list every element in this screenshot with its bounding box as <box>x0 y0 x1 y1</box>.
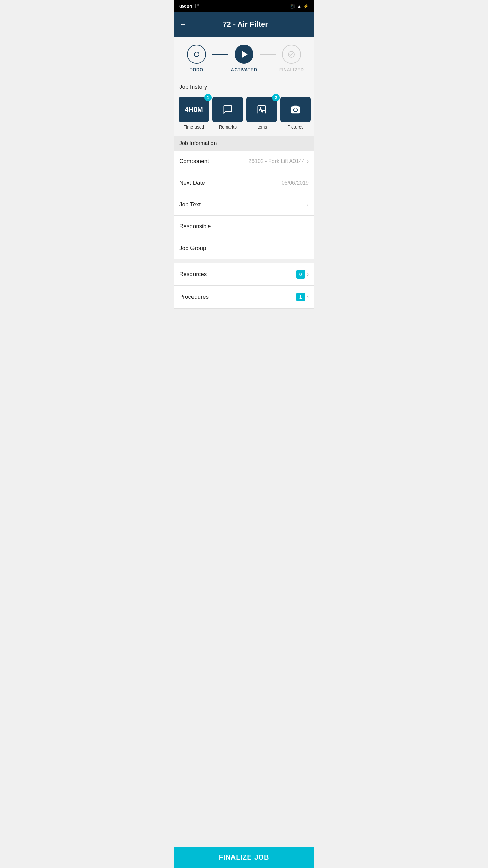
vibrate-icon: 📳 <box>289 4 295 9</box>
next-date-label: Next Date <box>179 180 205 186</box>
app-icon: P <box>195 3 199 9</box>
history-cards: 1 4H0M Time used Remarks 2 <box>174 94 314 136</box>
time-used-label: Time used <box>184 124 204 130</box>
svg-point-0 <box>194 52 199 57</box>
play-icon <box>242 51 248 58</box>
activated-label: ACTIVATED <box>231 67 257 72</box>
step-finalized[interactable]: FINALIZED <box>276 45 308 72</box>
time-display: 09:04 <box>179 3 192 9</box>
procedures-row[interactable]: Procedures 1 › <box>174 286 314 309</box>
job-group-row[interactable]: Job Group <box>174 237 314 259</box>
remarks-label: Remarks <box>219 124 237 130</box>
pictures-wrapper: Pictures <box>280 97 311 130</box>
wifi-icon: ▲ <box>297 4 301 9</box>
component-row[interactable]: Component 26102 - Fork Lift A0144 › <box>174 151 314 172</box>
responsible-label: Responsible <box>179 223 211 230</box>
step-todo[interactable]: TODO <box>181 45 212 72</box>
job-info-title: Job Information <box>174 136 314 151</box>
status-bar: 09:04 P 📳 ▲ ⚡ <box>174 0 314 12</box>
pictures-card[interactable] <box>280 97 311 122</box>
resources-value: 0 › <box>296 270 309 279</box>
time-used-badge: 1 <box>204 94 212 101</box>
job-text-label: Job Text <box>179 201 201 208</box>
items-label: Items <box>256 124 267 130</box>
section-spacer <box>174 259 314 263</box>
job-history-title: Job history <box>174 79 314 94</box>
remarks-icon <box>223 104 233 115</box>
items-card[interactable]: 2 <box>246 97 277 122</box>
job-info-rows: Component 26102 - Fork Lift A0144 › Next… <box>174 151 314 259</box>
procedures-badge: 1 <box>296 293 305 301</box>
resources-label: Resources <box>179 271 207 278</box>
job-text-chevron: › <box>307 202 309 208</box>
time-used-value: 4H0M <box>185 106 203 114</box>
procedures-value: 1 › <box>296 293 309 301</box>
status-bar-right: 📳 ▲ ⚡ <box>289 4 309 9</box>
component-label: Component <box>179 158 209 165</box>
procedures-chevron: › <box>307 294 309 300</box>
remarks-wrapper: Remarks <box>212 97 243 130</box>
sub-fields-rows: Resources 0 › Procedures 1 › <box>174 263 314 309</box>
items-icon <box>257 104 267 115</box>
pictures-label: Pictures <box>288 124 304 130</box>
component-chevron: › <box>307 158 309 164</box>
job-text-value: › <box>307 202 309 208</box>
finalized-circle <box>282 45 301 64</box>
next-date-value: 05/06/2019 <box>282 180 309 186</box>
battery-icon: ⚡ <box>303 4 309 9</box>
component-value: 26102 - Fork Lift A0144 › <box>248 158 309 164</box>
items-wrapper: 2 Items <box>246 97 277 130</box>
finalized-label: FINALIZED <box>279 67 304 72</box>
back-button[interactable]: ← <box>179 20 187 29</box>
finalize-job-bar[interactable]: FINALIZE JOB <box>174 847 314 868</box>
step-activated[interactable]: ACTIVATED <box>228 45 260 72</box>
page-title: 72 - Air Filter <box>192 20 299 29</box>
time-used-wrapper: 1 4H0M Time used <box>179 97 209 130</box>
job-text-row[interactable]: Job Text › <box>174 194 314 216</box>
procedures-label: Procedures <box>179 294 209 300</box>
job-history-section: Job history 1 4H0M Time used Remarks <box>174 79 314 136</box>
camera-icon <box>290 104 301 115</box>
status-bar-left: 09:04 P <box>179 3 199 9</box>
header: ← 72 - Air Filter <box>174 12 314 37</box>
items-badge: 2 <box>272 94 280 101</box>
progress-steps: TODO ACTIVATED FINALIZED <box>174 37 314 79</box>
job-group-label: Job Group <box>179 245 206 252</box>
resources-chevron: › <box>307 271 309 277</box>
resources-row[interactable]: Resources 0 › <box>174 263 314 286</box>
remarks-card[interactable] <box>212 97 243 122</box>
job-information-section: Job Information Component 26102 - Fork L… <box>174 136 314 309</box>
finalize-job-button[interactable]: FINALIZE JOB <box>219 853 269 861</box>
todo-circle <box>187 45 206 64</box>
todo-label: TODO <box>190 67 203 72</box>
connector-1 <box>212 54 228 55</box>
next-date-row[interactable]: Next Date 05/06/2019 <box>174 172 314 194</box>
todo-icon <box>194 51 200 57</box>
responsible-row[interactable]: Responsible <box>174 216 314 237</box>
resources-badge: 0 <box>296 270 305 279</box>
check-icon <box>288 51 295 58</box>
activated-circle <box>235 45 253 64</box>
connector-2 <box>260 54 276 55</box>
time-used-card[interactable]: 1 4H0M <box>179 97 209 122</box>
